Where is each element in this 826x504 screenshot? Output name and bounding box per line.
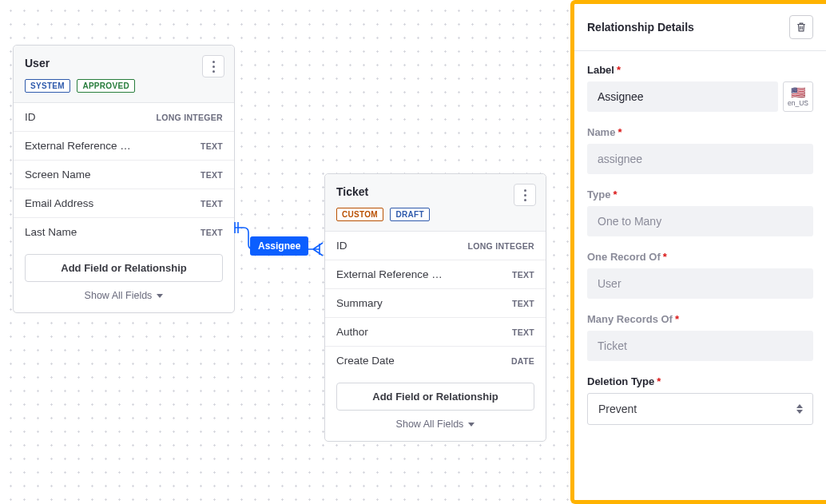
vertical-dots-icon [524,188,526,202]
field-label: Name* [587,126,813,138]
flag-icon: 🇺🇸 [791,86,806,98]
deletion-type-select[interactable]: Prevent [587,393,813,425]
card-fields: ID LONG INTEGER External Reference … TEX… [325,232,546,375]
required-icon: * [613,189,617,200]
entity-card-user[interactable]: User SYSTEM APPROVED ID LONG INTEGER Ext… [13,45,235,313]
show-all-fields[interactable]: Show All Fields [25,290,223,301]
required-icon: * [617,64,621,76]
badge-row: SYSTEM APPROVED [25,77,223,93]
required-icon: * [618,126,621,138]
type-input[interactable]: One to Many [587,206,813,236]
field-name: ID [336,240,347,252]
badge-custom: CUSTOM [336,208,383,221]
field-label: Many Records Of* [587,313,813,325]
card-header: Ticket CUSTOM DRAFT [325,174,546,232]
badge-row: CUSTOM DRAFT [336,206,534,221]
field-type: TEXT [201,141,223,151]
field-row[interactable]: External Reference … TEXT [14,132,234,161]
field-name: Email Address [25,197,93,209]
field-row[interactable]: Last Name TEXT [14,218,234,246]
required-icon: * [675,313,679,325]
show-all-label: Show All Fields [396,419,464,430]
field-row[interactable]: Email Address TEXT [14,189,234,218]
field-type: LONG INTEGER [156,113,223,122]
label-input[interactable]: Assignee [587,81,778,112]
card-footer: Add Field or Relationship Show All Field… [14,246,234,312]
one-record-input[interactable]: User [587,268,813,299]
card-fields: ID LONG INTEGER External Reference … TEX… [14,103,234,246]
panel-header: Relationship Details [574,4,826,51]
panel-body: Label* Assignee 🇺🇸 en_US Name* assignee … [574,51,826,425]
trash-icon [796,22,807,33]
badge-approved: APPROVED [77,79,135,93]
field-name: Author [336,326,368,338]
select-caret-icon [796,404,803,414]
delete-button[interactable] [789,15,813,39]
field-group-label: Label* Assignee 🇺🇸 en_US [587,64,813,112]
relationship-details-panel: Relationship Details Label* Assignee 🇺🇸 … [570,0,826,504]
card-header: User SYSTEM APPROVED [14,46,234,103]
field-row[interactable]: External Reference … TEXT [325,260,546,289]
card-footer: Add Field or Relationship Show All Field… [325,375,546,441]
field-group-one-record: One Record Of* User [587,251,813,299]
field-label: Label* [587,64,813,76]
chevron-down-icon [468,423,475,427]
name-input[interactable]: assignee [587,144,813,174]
field-label: Deletion Type* [587,375,813,387]
field-row[interactable]: Author TEXT [325,318,546,347]
card-title: Ticket [336,185,534,198]
field-row[interactable]: Create Date DATE [325,347,546,375]
field-name: Screen Name [25,169,91,181]
field-type: TEXT [201,199,223,208]
required-icon: * [663,251,667,263]
field-group-deletion-type: Deletion Type* Prevent [587,375,813,425]
badge-system: SYSTEM [25,79,70,93]
field-row[interactable]: ID LONG INTEGER [14,103,234,132]
show-all-fields[interactable]: Show All Fields [336,419,534,430]
add-field-button[interactable]: Add Field or Relationship [25,254,223,282]
locale-button[interactable]: 🇺🇸 en_US [783,81,813,112]
field-name: External Reference … [336,268,443,280]
field-name: Summary [336,297,383,309]
field-label: One Record Of* [587,251,813,263]
field-group-name: Name* assignee [587,126,813,174]
field-type: DATE [511,356,534,366]
field-type: TEXT [512,270,534,280]
field-type: TEXT [201,228,223,237]
field-group-many-records: Many Records Of* Ticket [587,313,813,361]
kebab-menu-button[interactable] [514,184,536,206]
field-type: TEXT [512,299,534,308]
field-type: LONG INTEGER [467,241,534,251]
field-row[interactable]: ID LONG INTEGER [325,232,546,260]
vertical-dots-icon [212,59,215,73]
svg-line-3 [313,243,323,249]
entity-card-ticket[interactable]: Ticket CUSTOM DRAFT ID LONG INTEGER Exte… [324,173,546,442]
locale-code: en_US [788,99,808,107]
field-label: Type* [587,189,813,200]
svg-line-4 [313,249,323,256]
kebab-menu-button[interactable] [202,55,224,77]
badge-draft: DRAFT [390,208,429,221]
show-all-label: Show All Fields [85,290,153,301]
required-icon: * [657,375,661,387]
field-name: Last Name [25,226,77,238]
field-row[interactable]: Summary TEXT [325,289,546,318]
field-name: Create Date [336,355,395,367]
field-type: TEXT [201,170,223,180]
select-value: Prevent [598,403,637,415]
panel-title: Relationship Details [587,21,694,34]
many-records-input[interactable]: Ticket [587,331,813,361]
field-group-type: Type* One to Many [587,189,813,236]
add-field-button[interactable]: Add Field or Relationship [336,383,534,411]
card-title: User [25,57,223,69]
chevron-down-icon [157,294,163,298]
field-name: ID [25,111,36,123]
field-name: External Reference … [25,140,131,152]
field-row[interactable]: Screen Name TEXT [14,161,234,189]
relationship-label[interactable]: Assignee [250,236,308,256]
field-type: TEXT [512,327,534,337]
